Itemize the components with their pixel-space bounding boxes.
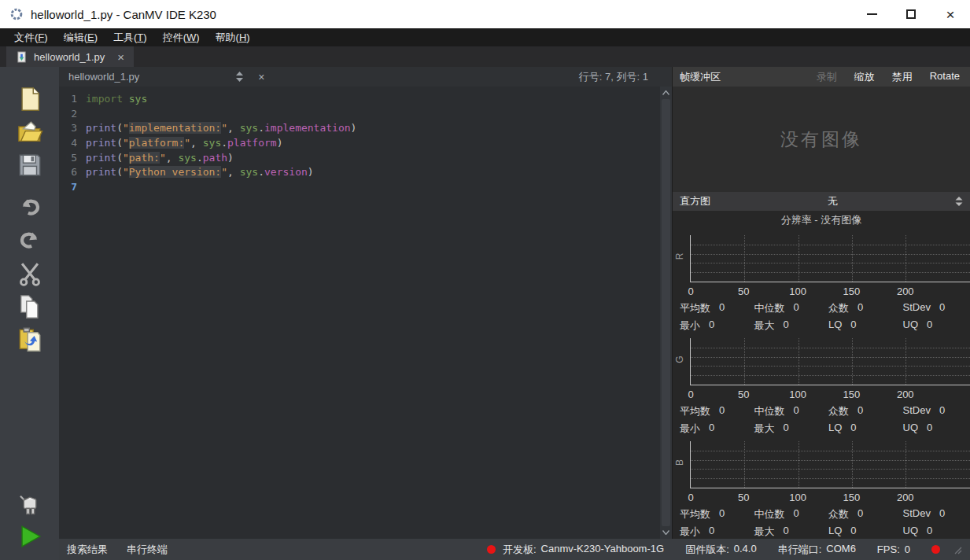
redo-icon [17,227,43,254]
record-button: 录制 [817,70,837,84]
run-play-icon [17,523,43,550]
histogram-mode-spinner-icon[interactable] [955,197,963,206]
tab-close-icon[interactable]: × [117,50,124,64]
connect-plug-icon [17,490,43,517]
serial-terminal-tab[interactable]: 串行终端 [127,543,168,557]
tab-helloworld[interactable]: helloworld_1.py × [6,46,134,67]
open-file-button[interactable] [14,117,46,146]
tab-label: helloworld_1.py [34,51,105,63]
cut-button[interactable] [14,259,46,288]
x-ticks-b: 0 50 100 150 200 [690,492,970,506]
tab-bar: helloworld_1.py × [0,46,970,67]
frame-buffer-panel: 帧缓冲区 录制 缩放 禁用 Rotate 没有图像 直方图 无 [673,67,970,539]
cut-icon [17,260,43,287]
editor-scrollbar[interactable] [660,87,672,539]
menu-file[interactable]: 文件(F) [6,29,56,46]
histogram-mode-row: 直方图 无 [673,192,970,211]
firmware-version: 0.4.0 [734,543,757,557]
editor-close-icon[interactable]: × [258,71,264,83]
board-status-led [487,545,496,554]
code-line: 6print("Python version:", sys.version) [59,165,672,180]
app-logo-icon [9,7,24,21]
scroll-down-icon[interactable] [660,527,672,538]
menu-bar: 文件(F) 编辑(E) 工具(T) 控件(W) 帮助(H) [0,28,970,46]
axis-label-r: R [674,249,685,264]
axis-label-b: B [674,455,685,470]
menu-edit[interactable]: 编辑(E) [56,29,105,46]
save-icon [17,152,43,179]
plot-area-g [690,338,970,385]
close-button[interactable]: × [931,0,970,28]
left-toolbar [0,67,59,560]
window-title: helloworld_1.py - CanMV IDE K230 [31,8,216,21]
histogram-section: 分辨率 - 没有图像 R 0 50 100 [673,211,970,539]
code-lines: 1import sys23print("implementation:", sy… [59,87,672,195]
cursor-position: 行号: 7, 列号: 1 [579,70,662,84]
histogram-chart-r: R 0 50 100 150 200 [673,232,970,333]
zoom-button[interactable]: 缩放 [854,70,875,84]
title-bar: helloworld_1.py - CanMV IDE K230 × [0,0,970,28]
status-bar: 搜索结果 串行终端 开发板: Canmv-K230-Yahboom-1G 固件版… [59,539,970,560]
disable-button[interactable]: 禁用 [892,70,913,84]
code-line: 3print("implementation:", sys.implementa… [59,121,672,136]
code-line: 5print("path:", sys.path) [59,151,672,166]
code-line: 1import sys [59,92,672,107]
minimize-button[interactable] [852,0,891,28]
run-button[interactable] [14,521,46,551]
python-file-icon [16,51,28,63]
editor-pane: helloworld_1.py × 行号: 7, 列号: 1 1import s… [59,67,673,539]
axis-label-g: G [674,352,685,367]
histogram-mode-select[interactable]: 无 [710,194,955,208]
board-name: Canmv-K230-Yahboom-1G [541,543,665,557]
scroll-up-icon[interactable] [660,87,672,98]
stats-row: 最小0 最大0 LQ0 UQ0 [673,422,970,436]
paste-button[interactable] [14,325,46,354]
resolution-title: 分辨率 - 没有图像 [673,211,970,230]
serial-port-info: 串行端口: COM6 [778,543,856,557]
redo-button[interactable] [14,226,46,255]
histogram-chart-b: B 0 50 100 150 200 [673,438,970,539]
paste-icon [17,326,43,353]
open-folder-icon [17,119,43,146]
resize-grip[interactable] [952,544,962,554]
canmv-ide-window: helloworld_1.py - CanMV IDE K230 × 文件(F)… [0,0,970,560]
editor-filename: helloworld_1.py [68,71,139,83]
copy-button[interactable] [14,292,46,321]
new-file-button[interactable] [14,84,46,113]
histogram-label: 直方图 [680,194,710,208]
menu-widgets[interactable]: 控件(W) [155,29,208,46]
code-editor[interactable]: 1import sys23print("implementation:", sy… [59,87,672,539]
menu-tools[interactable]: 工具(T) [105,29,155,46]
rotate-button[interactable]: Rotate [930,70,960,84]
menu-help[interactable]: 帮助(H) [208,29,258,46]
undo-button[interactable] [14,193,46,222]
serial-port: COM6 [826,543,856,557]
minimize-icon [867,13,877,15]
board-info: 开发板: Canmv-K230-Yahboom-1G [503,543,664,557]
plot-area-r [690,235,970,282]
stats-row: 平均数0 中位数0 众数0 StDev0 [673,507,970,521]
connect-button[interactable] [14,488,46,518]
frame-buffer-title: 帧缓冲区 [680,70,721,84]
undo-icon [17,194,43,221]
maximize-button[interactable] [891,0,931,28]
scrollbar-thumb[interactable] [662,99,670,526]
copy-icon [17,293,43,320]
save-file-button[interactable] [14,150,46,179]
connection-status-led [931,545,940,554]
search-results-tab[interactable]: 搜索结果 [67,543,108,557]
stats-row: 平均数0 中位数0 众数0 StDev0 [673,404,970,418]
plot-area-b [690,441,970,488]
code-line: 7 [59,180,672,195]
frame-buffer-header: 帧缓冲区 录制 缩放 禁用 Rotate [673,67,970,87]
firmware-info: 固件版本: 0.4.0 [685,543,757,557]
x-ticks-g: 0 50 100 150 200 [690,389,970,403]
x-ticks-r: 0 50 100 150 200 [690,286,970,300]
histogram-chart-g: G 0 50 100 150 200 [673,335,970,436]
file-switch-spinner-icon[interactable] [235,72,244,82]
stats-row: 最小0 最大0 LQ0 UQ0 [673,319,970,333]
fps-value: 0 [905,543,910,555]
code-line: 2 [59,107,672,122]
editor-header: helloworld_1.py × 行号: 7, 列号: 1 [59,67,672,87]
stats-row: 最小0 最大0 LQ0 UQ0 [673,525,970,539]
